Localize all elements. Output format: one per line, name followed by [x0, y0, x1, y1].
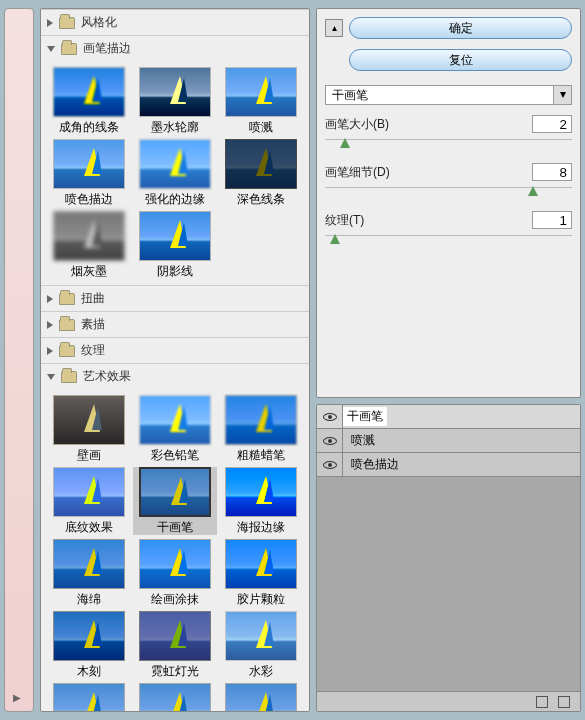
triangle-down-icon — [47, 46, 55, 52]
chevron-down-icon[interactable]: ▾ — [553, 86, 571, 104]
filter-spatter[interactable]: 喷溅 — [219, 67, 303, 135]
folder-icon — [59, 17, 75, 29]
filter-dry-brush[interactable]: 干画笔 — [133, 467, 217, 535]
filters-panel: 风格化 画笔描边 成角的线条 墨水轮廓 喷溅 喷色描边 强化的边缘 深色线条 烟… — [40, 8, 310, 712]
layer-name: 喷溅 — [343, 432, 375, 449]
reset-button[interactable]: 复位 — [349, 49, 572, 71]
filter-more-3[interactable] — [219, 683, 303, 711]
param-label: 纹理(T) — [325, 212, 364, 229]
category-texture: 纹理 — [41, 337, 309, 363]
category-distort: 扭曲 — [41, 285, 309, 311]
param-brush-size: 画笔大小(B) — [325, 115, 572, 153]
category-label: 艺术效果 — [83, 368, 131, 385]
category-artistic: 艺术效果 壁画 彩色铅笔 粗糙蜡笔 底纹效果 干画笔 海报边缘 海绵 绘画涂抹 … — [41, 363, 309, 711]
filters-scroll[interactable]: 风格化 画笔描边 成角的线条 墨水轮廓 喷溅 喷色描边 强化的边缘 深色线条 烟… — [41, 9, 309, 711]
param-texture: 纹理(T) — [325, 211, 572, 249]
filter-dropdown[interactable]: 干画笔 ▾ — [325, 85, 572, 105]
filter-dark-strokes[interactable]: 深色线条 — [219, 139, 303, 207]
triangle-down-icon — [47, 374, 55, 380]
filter-neon-glow[interactable]: 霓虹灯光 — [133, 611, 217, 679]
filter-more-2[interactable] — [133, 683, 217, 711]
layer-row[interactable]: 干画笔 — [317, 405, 580, 429]
param-label: 画笔细节(D) — [325, 164, 390, 181]
category-label: 画笔描边 — [83, 40, 131, 57]
category-header-artistic[interactable]: 艺术效果 — [41, 364, 309, 389]
options-box: ▴ 确定 复位 干画笔 ▾ 画笔大小(B) 画笔细节(D) — [316, 8, 581, 398]
texture-input[interactable] — [532, 211, 572, 229]
triangle-right-icon — [47, 347, 53, 355]
brush-size-slider[interactable] — [325, 139, 572, 153]
param-label: 画笔大小(B) — [325, 116, 389, 133]
eye-icon — [323, 437, 337, 445]
category-header-stylize[interactable]: 风格化 — [41, 10, 309, 35]
ok-button[interactable]: 确定 — [349, 17, 572, 39]
layer-name: 干画笔 — [343, 407, 387, 426]
filter-sponge[interactable]: 海绵 — [47, 539, 131, 607]
category-brush-strokes: 画笔描边 成角的线条 墨水轮廓 喷溅 喷色描边 强化的边缘 深色线条 烟灰墨 阴… — [41, 35, 309, 285]
visibility-toggle[interactable] — [317, 405, 343, 428]
filter-poster-edges[interactable]: 海报边缘 — [219, 467, 303, 535]
folder-icon — [61, 371, 77, 383]
triangle-right-icon — [47, 19, 53, 27]
brush-detail-input[interactable] — [532, 163, 572, 181]
category-label: 素描 — [81, 316, 105, 333]
collapse-arrow-button[interactable]: ▴ — [325, 19, 343, 37]
param-brush-detail: 画笔细节(D) — [325, 163, 572, 201]
layers-footer — [317, 691, 580, 711]
triangle-right-icon — [47, 321, 53, 329]
category-sketch: 素描 — [41, 311, 309, 337]
filter-ink-outlines[interactable]: 墨水轮廓 — [133, 67, 217, 135]
filter-paint-daubs[interactable]: 绘画涂抹 — [133, 539, 217, 607]
layer-row[interactable]: 喷溅 — [317, 429, 580, 453]
new-layer-icon[interactable] — [536, 696, 548, 708]
category-label: 纹理 — [81, 342, 105, 359]
category-header-texture[interactable]: 纹理 — [41, 338, 309, 363]
filter-colored-pencil[interactable]: 彩色铅笔 — [133, 395, 217, 463]
folder-icon — [61, 43, 77, 55]
dropdown-selected: 干画笔 — [326, 86, 553, 104]
visibility-toggle[interactable] — [317, 453, 343, 476]
brush-size-input[interactable] — [532, 115, 572, 133]
filter-underpainting[interactable]: 底纹效果 — [47, 467, 131, 535]
artistic-grid: 壁画 彩色铅笔 粗糙蜡笔 底纹效果 干画笔 海报边缘 海绵 绘画涂抹 胶片颗粒 … — [41, 389, 309, 711]
category-header-sketch[interactable]: 素描 — [41, 312, 309, 337]
filter-rough-pastels[interactable]: 粗糙蜡笔 — [219, 395, 303, 463]
triangle-right-icon — [47, 295, 53, 303]
brush-grid: 成角的线条 墨水轮廓 喷溅 喷色描边 强化的边缘 深色线条 烟灰墨 阴影线 — [41, 61, 309, 285]
texture-slider[interactable] — [325, 235, 572, 249]
trash-icon[interactable] — [558, 696, 570, 708]
right-panel: ▴ 确定 复位 干画笔 ▾ 画笔大小(B) 画笔细节(D) — [316, 8, 581, 712]
filter-accented-edges[interactable]: 强化的边缘 — [133, 139, 217, 207]
filter-fresco[interactable]: 壁画 — [47, 395, 131, 463]
filter-sumi-e[interactable]: 烟灰墨 — [47, 211, 131, 279]
filter-watercolor[interactable]: 水彩 — [219, 611, 303, 679]
filter-film-grain[interactable]: 胶片颗粒 — [219, 539, 303, 607]
layers-empty-area — [317, 477, 580, 691]
filter-crosshatch[interactable]: 阴影线 — [133, 211, 217, 279]
layer-row[interactable]: 喷色描边 — [317, 453, 580, 477]
preview-sidebar — [4, 8, 34, 712]
folder-icon — [59, 345, 75, 357]
folder-icon — [59, 319, 75, 331]
layer-name: 喷色描边 — [343, 456, 399, 473]
category-label: 扭曲 — [81, 290, 105, 307]
category-header-distort[interactable]: 扭曲 — [41, 286, 309, 311]
folder-icon — [59, 293, 75, 305]
filter-sprayed-strokes[interactable]: 喷色描边 — [47, 139, 131, 207]
category-stylize: 风格化 — [41, 9, 309, 35]
category-label: 风格化 — [81, 14, 117, 31]
visibility-toggle[interactable] — [317, 429, 343, 452]
effect-layers-panel: 干画笔 喷溅 喷色描边 — [316, 404, 581, 712]
filter-cutout[interactable]: 木刻 — [47, 611, 131, 679]
filter-angled-strokes[interactable]: 成角的线条 — [47, 67, 131, 135]
filter-more-1[interactable] — [47, 683, 131, 711]
brush-detail-slider[interactable] — [325, 187, 572, 201]
eye-icon — [323, 461, 337, 469]
category-header-brush[interactable]: 画笔描边 — [41, 36, 309, 61]
eye-icon — [323, 413, 337, 421]
